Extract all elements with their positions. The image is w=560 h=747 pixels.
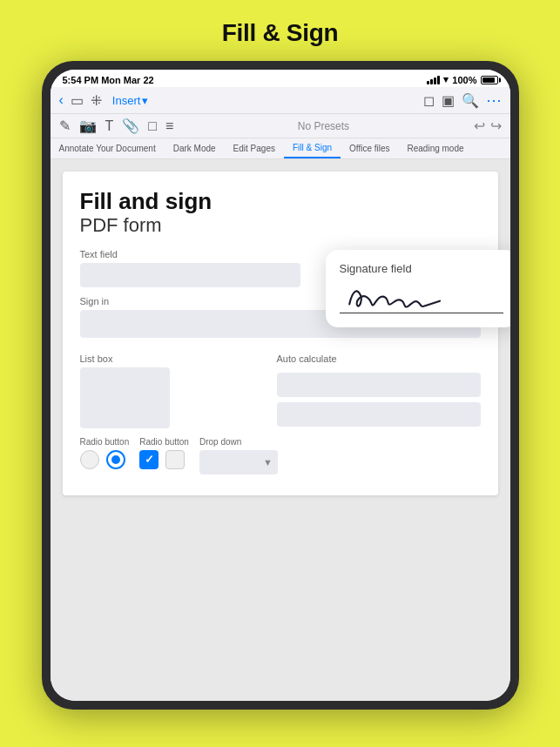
wifi-icon: ▾ [443,74,449,85]
copy-icon[interactable]: ◻ [423,92,435,109]
radio1-controls [80,450,125,469]
two-col-section: List box Auto calculate [80,345,481,428]
insert-button[interactable]: Insert ▾ [112,94,149,107]
toolbar-right: ◻ ▣ 🔍 ⋯ [423,91,502,110]
status-bar: 5:54 PM Mon Mar 22 ▾ 100% [51,70,510,87]
battery-icon [481,76,498,84]
no-presets-label: No Presets [298,120,349,132]
tab-annotate[interactable]: Annotate Your Document [51,139,165,158]
attach-icon[interactable]: 📎 [122,118,139,134]
document-area: Fill and sign PDF form Text field Sign i… [51,159,510,701]
list-box-label: List box [80,353,268,364]
radio-on-dot [111,455,120,464]
sig-line [340,282,503,313]
undo-button[interactable]: ↩ [474,118,485,134]
duplicate-icon[interactable]: ▣ [442,92,455,109]
sidebar-icon[interactable]: ▭ [71,92,84,109]
auto-calc-label: Auto calculate [277,353,481,364]
radio2-label: Radio button [139,437,189,447]
radio-group-2: Radio button ✓ [139,437,189,469]
dropdown-box[interactable]: ▼ [199,450,278,474]
battery-percent: 100% [452,75,476,85]
annotate-icon[interactable]: ✎ [59,118,71,134]
doc-subtitle: PDF form [80,214,481,237]
checkbox-on[interactable]: ✓ [139,450,159,469]
sig-field-label: Signature field [340,262,503,275]
tab-fill-sign[interactable]: Fill & Sign [284,138,341,158]
list-box[interactable] [80,367,171,428]
crop-icon[interactable]: □ [148,118,157,134]
signature-svg [340,281,453,311]
tablet-screen: 5:54 PM Mon Mar 22 ▾ 100% ‹ ▭ ⁜ [51,70,510,701]
tab-reading-mode[interactable]: Reading mode [399,139,473,158]
toolbar-top: ‹ ▭ ⁜ Insert ▾ ◻ ▣ 🔍 ⋯ [51,87,510,114]
radio-on-1[interactable] [106,450,125,469]
page-title: Fill & Sign [222,19,339,47]
toolbar-second: ✎ 📷 T 📎 □ ≡ No Presets ↩ ↪ [51,114,510,138]
signature-popup: Signature field [326,250,510,327]
doc-title: Fill and sign [80,189,481,214]
search-icon[interactable]: 🔍 [462,92,479,109]
auto-calc-field-1[interactable] [277,373,481,397]
list-box-col: List box [80,345,268,428]
dropdown-label: Drop down [199,437,241,447]
radio-off-1[interactable] [80,450,99,469]
tablet-frame: 5:54 PM Mon Mar 22 ▾ 100% ‹ ▭ ⁜ [42,61,519,710]
undo-redo-group: ↩ ↪ [474,118,502,134]
tab-edit-pages[interactable]: Edit Pages [225,139,284,158]
auto-calc-field-2[interactable] [277,402,481,427]
dropdown-arrow: ▼ [263,457,273,468]
text-field-box[interactable] [80,263,300,287]
tabs-bar: Annotate Your Document Dark Mode Edit Pa… [51,138,510,159]
text-icon[interactable]: T [105,118,114,134]
status-icons: ▾ 100% [427,74,497,85]
radio-group-1: Radio button [80,437,130,469]
checkbox-off[interactable] [165,450,185,469]
radio2-controls: ✓ [139,450,185,469]
status-time: 5:54 PM Mon Mar 22 [63,75,154,85]
auto-calc-col: Auto calculate [277,345,481,428]
back-icon[interactable]: ‹ [59,92,64,108]
lines-icon[interactable]: ≡ [165,118,173,134]
grid-icon[interactable]: ⁜ [91,92,102,109]
tab-office-files[interactable]: Office files [341,139,399,158]
doc-page: Fill and sign PDF form Text field Sign i… [63,172,498,495]
redo-button[interactable]: ↪ [490,118,502,134]
controls-row: Radio button Radio button ✓ [80,437,481,474]
more-icon[interactable]: ⋯ [486,91,502,110]
signal-icon [427,76,440,84]
tab-dark-mode[interactable]: Dark Mode [165,139,225,158]
dropdown-group: Drop down ▼ [199,437,278,474]
image-icon[interactable]: 📷 [79,118,97,134]
radio1-label: Radio button [80,437,130,447]
